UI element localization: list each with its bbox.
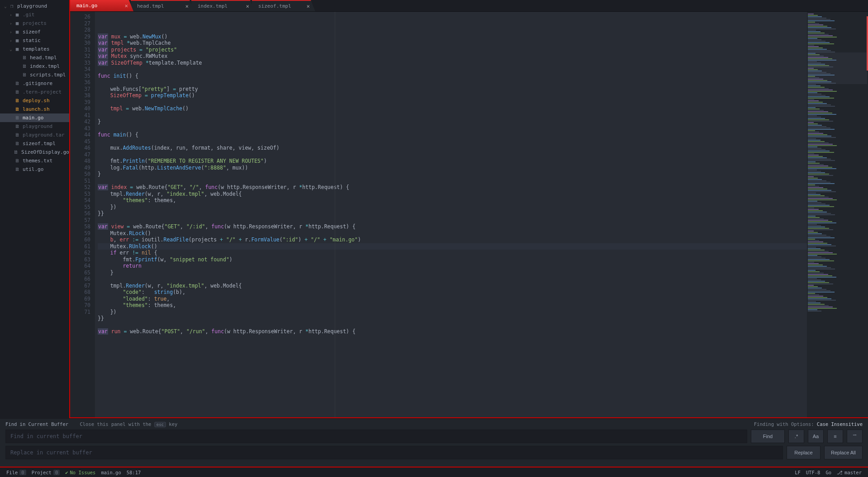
tree-item--tern-project[interactable]: 🗎.tern-project [0, 88, 69, 96]
file-icon: 🗎 [21, 72, 28, 78]
status-eol[interactable]: LF [792, 470, 803, 475]
wholeword-option[interactable]: “” [847, 430, 863, 443]
editor-pane: main.go×head.tmpl×index.tmpl×sizeof.tmpl… [70, 0, 868, 418]
minimap-viewport[interactable] [808, 52, 867, 84]
tree-item-static[interactable]: ›■static [0, 36, 69, 45]
folder-icon: ■ [14, 38, 21, 43]
status-encoding[interactable]: UTF-8 [803, 470, 823, 475]
tree-item-deploy-sh[interactable]: 🗎deploy.sh [0, 96, 69, 105]
git-branch-icon: ⎇ [837, 470, 843, 475]
file-icon: 🗎 [14, 115, 21, 121]
tree-item-templates[interactable]: ⌄■templates [0, 45, 69, 53]
close-icon[interactable]: × [185, 3, 189, 9]
esc-key: esc [154, 422, 166, 427]
tab-sizeof-tmpl[interactable]: sizeof.tmpl× [252, 0, 315, 11]
file-icon: 🗎 [14, 132, 21, 138]
tree-item-projects[interactable]: ›■projects [0, 19, 69, 28]
status-issues[interactable]: ✔ No Issues [62, 470, 98, 475]
tab-index-tmpl[interactable]: index.tmpl× [191, 0, 255, 11]
close-icon[interactable]: × [125, 3, 128, 9]
tree-item--git[interactable]: ›■.git [0, 10, 69, 19]
file-icon: 🗎 [21, 63, 28, 69]
tree-item-sizeof-tmpl[interactable]: 🗎sizeof.tmpl [0, 139, 69, 148]
tree-root[interactable]: ⌄ ❐ playground [0, 2, 69, 10]
tab-bar[interactable]: main.go×head.tmpl×index.tmpl×sizeof.tmpl… [70, 0, 868, 12]
tree-root-label: playground [17, 3, 47, 9]
wrap-guide [335, 12, 335, 417]
tree-item-index-tmpl[interactable]: 🗎index.tmpl [0, 62, 69, 71]
tree-item-scripts-tmpl[interactable]: 🗎scripts.tmpl [0, 71, 69, 79]
folder-icon: ■ [14, 29, 21, 35]
tree-item-head-tmpl[interactable]: 🗎head.tmpl [0, 53, 69, 62]
file-icon: 🗎 [14, 89, 21, 95]
file-tree[interactable]: ⌄ ❐ playground ›■.git›■projects›■sizeof›… [0, 0, 70, 418]
tree-item-launch-sh[interactable]: 🗎launch.sh [0, 105, 69, 113]
folder-icon: ■ [14, 46, 21, 52]
tree-item-themes-txt[interactable]: 🗎themes.txt [0, 156, 69, 165]
gutter: 2627282930313233343536373839404142434445… [70, 12, 95, 417]
find-options-value: Case Insensitive [817, 421, 863, 427]
status-project[interactable]: Project 0 [29, 470, 63, 475]
tab-head-tmpl[interactable]: head.tmpl× [131, 0, 194, 11]
file-icon: 🗎 [14, 158, 21, 164]
tab-main-go[interactable]: main.go× [70, 0, 133, 11]
replace-input[interactable] [5, 446, 783, 459]
file-icon: 🗎 [14, 98, 21, 104]
status-bar: File 0 Project 0 ✔ No Issues main.go 58:… [0, 467, 868, 477]
folder-icon: ■ [14, 20, 21, 26]
tree-item-sizeof[interactable]: ›■sizeof [0, 28, 69, 36]
tree-item-main-go[interactable]: 🗎main.go [0, 113, 69, 122]
file-icon: 🗎 [14, 141, 21, 146]
find-input[interactable] [5, 430, 747, 443]
code-editor[interactable]: var mux = web.NewMux()var tmpl *web.Tmpl… [95, 12, 807, 417]
tree-item-util-go[interactable]: 🗎util.go [0, 165, 69, 174]
status-branch[interactable]: ⎇ master [834, 470, 864, 475]
tree-item--gitignore[interactable]: 🗎.gitignore [0, 79, 69, 88]
find-replace-panel: Find in Current Buffer Close this panel … [0, 418, 868, 467]
close-icon[interactable]: × [246, 3, 249, 9]
file-icon: 🗎 [13, 149, 19, 155]
tree-item-playground-tar[interactable]: 🗎playground.tar [0, 131, 69, 139]
check-icon: ✔ [65, 470, 68, 475]
file-icon: 🗎 [14, 166, 21, 172]
status-file[interactable]: File 0 [4, 470, 29, 475]
file-icon: 🗎 [14, 106, 21, 112]
tree-item-playground[interactable]: 🗎playground [0, 122, 69, 131]
tree-item-sizeofdisplay-go[interactable]: 🗎SizeOfDisplay.go [0, 148, 69, 156]
selection-option[interactable]: ≡ [827, 430, 843, 443]
find-title: Find in Current Buffer [5, 421, 68, 427]
status-cursor[interactable]: 58:17 [124, 470, 144, 475]
status-language[interactable]: Go [823, 470, 834, 475]
replace-button[interactable]: Replace [787, 446, 821, 459]
folder-icon: ■ [14, 12, 21, 18]
repo-icon: ❐ [8, 3, 15, 9]
file-icon: 🗎 [14, 80, 21, 86]
replace-all-button[interactable]: Replace All [824, 446, 863, 459]
case-option[interactable]: Aa [808, 430, 824, 443]
close-icon[interactable]: × [307, 3, 310, 9]
file-icon: 🗎 [21, 55, 28, 61]
file-icon: 🗎 [14, 123, 21, 129]
regex-option[interactable]: .* [788, 430, 804, 443]
status-filename[interactable]: main.go [98, 470, 123, 475]
find-button[interactable]: Find [751, 430, 785, 443]
minimap[interactable] [807, 12, 868, 417]
